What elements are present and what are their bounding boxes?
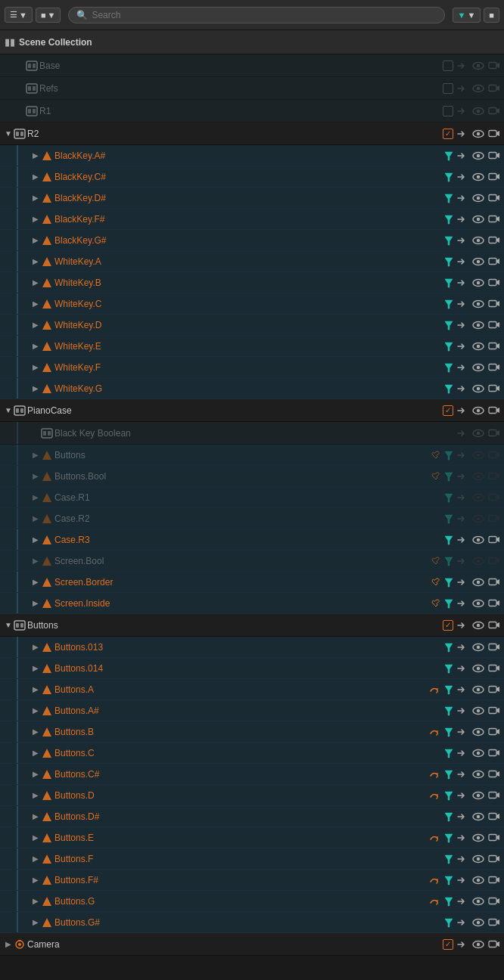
render-camera-icon[interactable] [487, 59, 501, 73]
list-item-buttons-f[interactable]: Buttons.F [0, 848, 504, 870]
render-camera-icon[interactable] [487, 746, 501, 760]
visibility-eye-icon[interactable] [471, 512, 485, 526]
render-camera-icon[interactable] [487, 149, 501, 163]
visibility-checkbox[interactable] [443, 405, 453, 416]
render-camera-icon[interactable] [487, 255, 501, 268]
list-item-screen-inside[interactable]: Screen.Inside [0, 593, 504, 614]
render-camera-icon[interactable] [487, 938, 501, 951]
list-item-r2[interactable]: R2 [0, 122, 504, 145]
visibility-eye-icon[interactable] [471, 895, 485, 908]
filter-button[interactable]: ▼ ▼ [453, 8, 481, 23]
render-camera-icon[interactable] [487, 470, 501, 483]
list-item-whitekey-e[interactable]: WhiteKey.E [0, 336, 504, 357]
render-camera-icon[interactable] [487, 683, 501, 696]
render-camera-icon[interactable] [487, 212, 501, 226]
visibility-checkbox[interactable] [443, 129, 453, 139]
visibility-checkbox[interactable] [443, 106, 453, 116]
visibility-eye-icon[interactable] [471, 276, 485, 290]
visibility-eye-icon[interactable] [471, 297, 485, 311]
render-camera-icon[interactable] [487, 404, 501, 417]
visibility-eye-icon[interactable] [471, 789, 485, 802]
list-item-buttons-dsharp[interactable]: Buttons.D# [0, 806, 504, 827]
render-camera-icon[interactable] [487, 575, 501, 589]
visibility-eye-icon[interactable] [471, 704, 485, 718]
visibility-eye-icon[interactable] [471, 170, 485, 184]
visibility-checkbox[interactable] [443, 83, 453, 94]
visibility-eye-icon[interactable] [471, 662, 485, 675]
visibility-eye-icon[interactable] [471, 491, 485, 504]
list-item-buttons-013[interactable]: Buttons.013 [0, 637, 504, 658]
list-item-case-r2[interactable]: Case.R2 [0, 508, 504, 529]
visibility-checkbox[interactable] [443, 939, 453, 950]
visibility-checkbox[interactable] [443, 60, 453, 71]
visibility-eye-icon[interactable] [471, 810, 485, 823]
render-camera-icon[interactable] [487, 789, 501, 802]
list-item-whitekey-f[interactable]: WhiteKey.F [0, 357, 504, 378]
render-camera-icon[interactable] [487, 104, 501, 118]
visibility-eye-icon[interactable] [471, 255, 485, 268]
render-camera-icon[interactable] [487, 426, 501, 440]
visibility-eye-icon[interactable] [471, 426, 485, 440]
list-item-buttons-d[interactable]: Buttons.D [0, 785, 504, 806]
visibility-eye-icon[interactable] [471, 554, 485, 568]
list-item-refs[interactable]: Refs [0, 77, 504, 100]
list-item-buttons-a[interactable]: Buttons.A [0, 679, 504, 700]
visibility-eye-icon[interactable] [471, 82, 485, 95]
view-mode-button[interactable]: ☰ ▼ [5, 7, 33, 23]
visibility-eye-icon[interactable] [471, 340, 485, 353]
render-camera-icon[interactable] [487, 512, 501, 526]
render-camera-icon[interactable] [487, 852, 501, 866]
list-item-buttons-gsharp[interactable]: Buttons.G# [0, 912, 504, 933]
visibility-eye-icon[interactable] [471, 597, 485, 610]
visibility-eye-icon[interactable] [471, 234, 485, 247]
visibility-eye-icon[interactable] [471, 318, 485, 332]
visibility-checkbox[interactable] [443, 620, 453, 631]
render-camera-icon[interactable] [487, 191, 501, 205]
list-item-buttons-csharp[interactable]: Buttons.C# [0, 764, 504, 785]
list-item-whitekey-b[interactable]: WhiteKey.B [0, 272, 504, 293]
visibility-eye-icon[interactable] [471, 852, 485, 866]
render-camera-icon[interactable] [487, 810, 501, 823]
render-camera-icon[interactable] [487, 82, 501, 95]
render-camera-icon[interactable] [487, 491, 501, 504]
list-item-whitekey-d[interactable]: WhiteKey.D [0, 315, 504, 336]
list-item-screen-bool[interactable]: Screen.Bool [0, 550, 504, 572]
render-camera-icon[interactable] [487, 554, 501, 568]
render-camera-icon[interactable] [487, 234, 501, 247]
visibility-eye-icon[interactable] [471, 448, 485, 462]
list-item-blackkey-a[interactable]: BlackKey.A# [0, 145, 504, 166]
list-item-buttons-c[interactable]: Buttons.C [0, 743, 504, 764]
render-camera-icon[interactable] [487, 895, 501, 908]
render-camera-icon[interactable] [487, 276, 501, 290]
render-camera-icon[interactable] [487, 662, 501, 675]
list-item-buttons-fsharp[interactable]: Buttons.F# [0, 870, 504, 891]
render-camera-icon[interactable] [487, 640, 501, 654]
list-item-r1[interactable]: R1 [0, 100, 504, 122]
visibility-eye-icon[interactable] [471, 873, 485, 887]
visibility-eye-icon[interactable] [471, 104, 485, 118]
render-camera-icon[interactable] [487, 873, 501, 887]
list-item-camera[interactable]: Camera [0, 933, 504, 956]
visibility-eye-icon[interactable] [471, 191, 485, 205]
list-item-buttons-bool[interactable]: Buttons.Bool [0, 466, 504, 487]
visibility-eye-icon[interactable] [471, 361, 485, 374]
render-camera-icon[interactable] [487, 619, 501, 632]
list-item-blackkey-bool[interactable]: Black Key Boolean [0, 422, 504, 445]
render-camera-icon[interactable] [487, 361, 501, 374]
render-camera-icon[interactable] [487, 704, 501, 718]
settings-button[interactable]: ■ [484, 8, 499, 23]
list-item-buttons-sub[interactable]: Buttons [0, 445, 504, 466]
list-item-whitekey-c[interactable]: WhiteKey.C [0, 293, 504, 315]
visibility-eye-icon[interactable] [471, 59, 485, 73]
visibility-eye-icon[interactable] [471, 149, 485, 163]
visibility-eye-icon[interactable] [471, 831, 485, 845]
render-camera-icon[interactable] [487, 448, 501, 462]
render-camera-icon[interactable] [487, 725, 501, 739]
list-item-case-r3[interactable]: Case.R3 [0, 529, 504, 550]
render-camera-icon[interactable] [487, 382, 501, 395]
list-item-case-r1[interactable]: Case.R1 [0, 487, 504, 508]
render-camera-icon[interactable] [487, 533, 501, 547]
visibility-eye-icon[interactable] [471, 916, 485, 929]
visibility-eye-icon[interactable] [471, 127, 485, 141]
list-item-buttons-014[interactable]: Buttons.014 [0, 658, 504, 679]
